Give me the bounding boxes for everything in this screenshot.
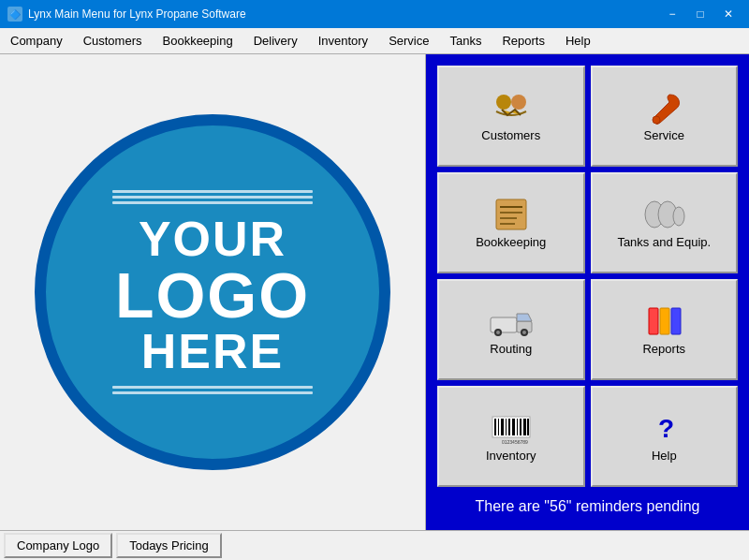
logo-your: YOUR xyxy=(139,214,286,263)
logo-line-2 xyxy=(112,196,313,199)
menu-item-bookkeeping[interactable]: Bookkeeping xyxy=(153,28,243,53)
svg-rect-26 xyxy=(508,419,510,435)
svg-rect-31 xyxy=(527,419,529,435)
svg-point-17 xyxy=(522,331,526,334)
inventory-label: Inventory xyxy=(486,449,536,463)
minimize-button[interactable]: − xyxy=(659,4,685,24)
logo-here: HERE xyxy=(141,327,284,376)
logo-lines-top xyxy=(112,187,313,207)
app-icon: 🔷 xyxy=(7,7,22,22)
status-bar: Company Logo Todays Pricing xyxy=(0,530,749,560)
maximize-button[interactable]: □ xyxy=(687,4,713,24)
title-text: Lynx Main Menu for Lynx Propane Software xyxy=(28,7,246,21)
svg-rect-30 xyxy=(523,419,526,435)
logo-panel: YOUR LOGO HERE xyxy=(0,54,426,530)
logo-logo: LOGO xyxy=(115,263,310,327)
customers-label: Customers xyxy=(481,128,540,142)
routing-label: Routing xyxy=(490,342,532,356)
routing-button[interactable]: Routing xyxy=(437,279,585,380)
menu-item-customers[interactable]: Customers xyxy=(73,28,153,53)
service-icon xyxy=(641,91,686,125)
main-content: YOUR LOGO HERE xyxy=(0,54,749,530)
svg-rect-20 xyxy=(671,308,681,334)
svg-point-10 xyxy=(673,207,684,226)
menu-item-delivery[interactable]: Delivery xyxy=(243,28,308,53)
svg-rect-19 xyxy=(660,308,669,334)
svg-point-15 xyxy=(496,331,500,334)
logo-lines-bottom xyxy=(112,383,313,397)
svg-marker-13 xyxy=(517,314,532,321)
svg-rect-3 xyxy=(496,199,526,229)
menu-item-reports[interactable]: Reports xyxy=(492,28,555,53)
help-icon: ? xyxy=(641,411,686,445)
reports-button[interactable]: Reports xyxy=(591,279,739,380)
svg-rect-29 xyxy=(520,419,521,435)
inventory-button[interactable]: 0123456789 Inventory xyxy=(437,386,585,487)
menu-item-service[interactable]: Service xyxy=(378,28,439,53)
right-panel: Customers Service xyxy=(426,54,749,530)
customers-button[interactable]: Customers xyxy=(437,66,585,167)
title-bar-controls: − □ ✕ xyxy=(659,4,742,24)
logo-line-4 xyxy=(112,386,313,389)
inventory-icon: 0123456789 xyxy=(489,411,534,445)
logo-line-5 xyxy=(112,391,313,394)
bookkeeping-label: Bookkeeping xyxy=(476,235,546,249)
menu-item-tanks[interactable]: Tanks xyxy=(439,28,492,53)
routing-icon xyxy=(489,304,534,338)
close-button[interactable]: ✕ xyxy=(715,4,742,24)
reports-icon xyxy=(641,304,686,338)
title-bar: 🔷 Lynx Main Menu for Lynx Propane Softwa… xyxy=(0,0,749,28)
title-bar-left: 🔷 Lynx Main Menu for Lynx Propane Softwa… xyxy=(7,7,246,22)
svg-text:?: ? xyxy=(658,414,674,443)
svg-rect-24 xyxy=(501,419,504,435)
logo-circle: YOUR LOGO HERE xyxy=(35,114,390,470)
reports-label: Reports xyxy=(642,342,685,356)
menu-item-inventory[interactable]: Inventory xyxy=(308,28,378,53)
logo-line-3 xyxy=(112,201,313,204)
reminder-text: There are "56" reminders pending xyxy=(433,491,742,523)
svg-rect-27 xyxy=(512,419,515,435)
menu-item-company[interactable]: Company xyxy=(0,28,73,53)
svg-rect-25 xyxy=(506,419,507,435)
svg-point-2 xyxy=(653,116,660,124)
svg-point-0 xyxy=(496,95,511,110)
customers-icon xyxy=(489,91,534,125)
bookkeeping-icon xyxy=(489,198,534,231)
help-label: Help xyxy=(652,449,677,463)
svg-rect-28 xyxy=(517,419,518,435)
svg-text:0123456789: 0123456789 xyxy=(502,439,528,445)
menu-bar: CompanyCustomersBookkeepingDeliveryInven… xyxy=(0,28,749,54)
tanks-button[interactable]: Tanks and Equip. xyxy=(591,172,739,273)
tanks-label: Tanks and Equip. xyxy=(617,235,711,249)
help-button[interactable]: ? Help xyxy=(591,386,739,487)
service-label: Service xyxy=(644,128,684,142)
company-logo-tab[interactable]: Company Logo xyxy=(4,533,112,558)
service-button[interactable]: Service xyxy=(591,66,739,167)
svg-point-1 xyxy=(511,95,526,110)
menu-item-help[interactable]: Help xyxy=(555,28,601,53)
todays-pricing-tab[interactable]: Todays Pricing xyxy=(116,533,222,558)
svg-rect-11 xyxy=(491,317,517,332)
svg-rect-23 xyxy=(498,419,499,435)
svg-rect-18 xyxy=(649,308,658,334)
svg-rect-22 xyxy=(494,419,496,435)
logo-line-1 xyxy=(112,190,313,193)
bookkeeping-button[interactable]: Bookkeeping xyxy=(437,172,585,273)
tanks-icon xyxy=(641,198,686,231)
grid-section: Customers Service xyxy=(433,62,742,491)
